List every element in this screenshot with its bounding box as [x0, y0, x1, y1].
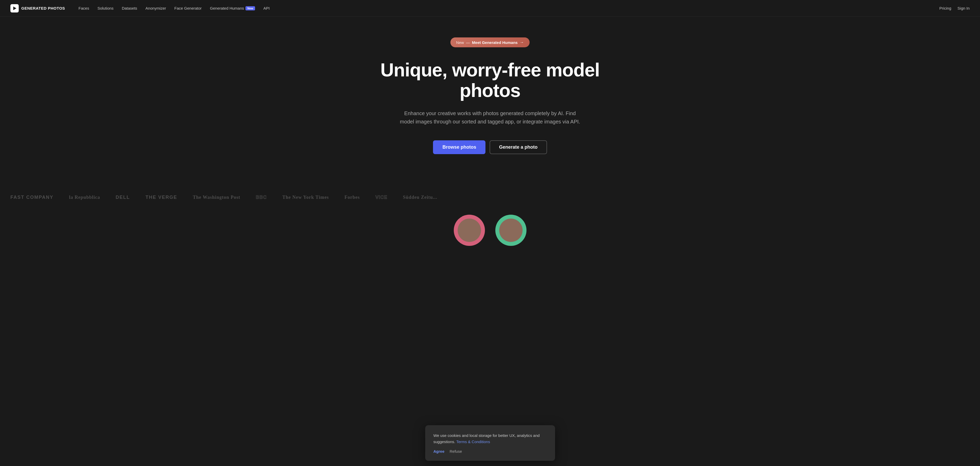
nav-badge-new: New: [245, 6, 255, 10]
face-left-inner: [458, 219, 481, 242]
bottom-faces: [0, 204, 980, 246]
logo-icon: [10, 4, 19, 13]
banner-text: Meet Generated Humans: [472, 40, 518, 45]
cookie-overlay: We use cookies and local storage for bet…: [0, 420, 980, 466]
hero-section: New — Meet Generated Humans → Unique, wo…: [0, 17, 980, 190]
nav-datasets[interactable]: Datasets: [119, 5, 140, 12]
hero-subtitle: Enhance your creative works with photos …: [399, 109, 581, 126]
cookie-banner: We use cookies and local storage for bet…: [425, 425, 555, 461]
nav-solutions[interactable]: Solutions: [94, 5, 117, 12]
logos-strip: FAST COMPANY la Repubblica DELL THE VERG…: [0, 190, 980, 204]
brand-name: GENERATED PHOTOS: [21, 6, 65, 10]
logo-dell: DELL: [116, 195, 130, 200]
banner-dash: —: [466, 40, 470, 45]
logo-sueddeutsche: Süddeu Zeitu...: [403, 195, 437, 200]
face-right: [495, 215, 527, 246]
hero-title: Unique, worry-free model photos: [373, 60, 607, 101]
brand-logo[interactable]: GENERATED PHOTOS: [10, 4, 65, 13]
svg-marker-0: [13, 6, 16, 10]
cookie-terms-link[interactable]: Terms & Conditions: [457, 439, 490, 444]
nav-api[interactable]: API: [260, 5, 273, 12]
browse-photos-button[interactable]: Browse photos: [433, 140, 485, 154]
nav-faces[interactable]: Faces: [75, 5, 92, 12]
logo-washpost: The Washington Post: [193, 195, 240, 200]
logo-forbes: Forbes: [344, 195, 360, 200]
nav-anonymizer[interactable]: Anonymizer: [142, 5, 169, 12]
cookie-agree-button[interactable]: Agree: [434, 449, 445, 453]
face-left: [454, 215, 485, 246]
nav-signin[interactable]: Sign In: [958, 6, 970, 10]
nav-links: Faces Solutions Datasets Anonymizer Face…: [75, 5, 939, 12]
hero-buttons: Browse photos Generate a photo: [433, 140, 547, 154]
logo-bbc: BBC: [256, 195, 267, 200]
nav-right: Pricing Sign In: [939, 6, 970, 10]
nav-pricing[interactable]: Pricing: [939, 6, 951, 10]
banner-new-label: New: [456, 40, 464, 45]
cookie-actions: Agree Refuse: [434, 449, 547, 453]
logo-nyt: The New York Times: [282, 195, 329, 200]
cookie-text: We use cookies and local storage for bet…: [434, 432, 547, 445]
logo-vice: VICE: [375, 195, 387, 200]
nav-generated-humans[interactable]: Generated Humans New: [207, 5, 258, 12]
nav-face-generator[interactable]: Face Generator: [171, 5, 205, 12]
logos-inner: FAST COMPANY la Repubblica DELL THE VERG…: [0, 195, 980, 200]
logo-fastcompany: FAST COMPANY: [10, 195, 54, 200]
generate-photo-button[interactable]: Generate a photo: [490, 140, 547, 154]
face-right-inner: [499, 219, 523, 242]
logo-verge: THE VERGE: [145, 195, 177, 200]
navigation: GENERATED PHOTOS Faces Solutions Dataset…: [0, 0, 980, 17]
logo-repubblica: la Repubblica: [69, 195, 100, 200]
hero-banner-link[interactable]: New — Meet Generated Humans →: [450, 37, 530, 47]
cookie-refuse-button[interactable]: Refuse: [450, 449, 462, 453]
banner-arrow-icon: →: [520, 40, 524, 45]
